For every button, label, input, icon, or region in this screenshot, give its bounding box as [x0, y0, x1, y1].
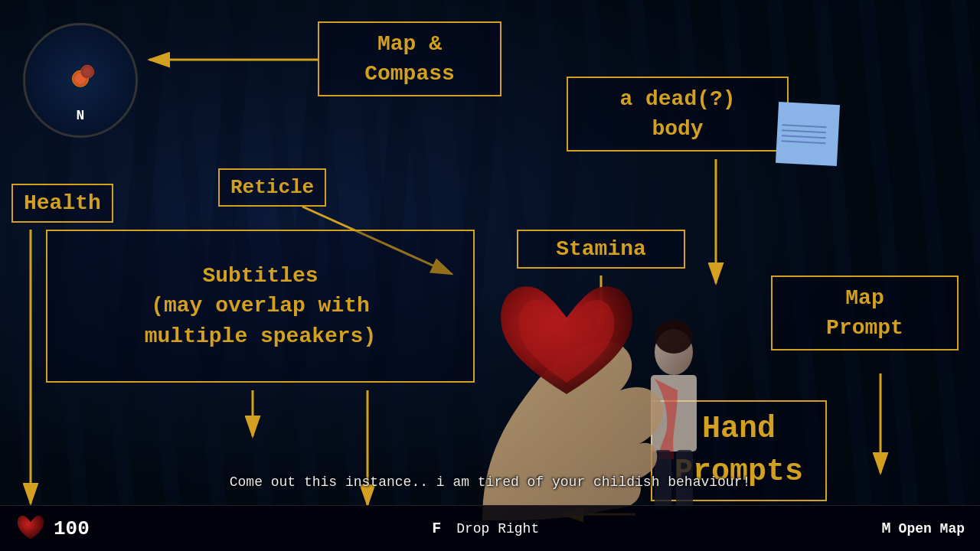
sticky-line-1 — [782, 124, 827, 128]
subtitle-text: Come out this instance.. i am tired of y… — [230, 474, 751, 490]
stamina-label: Stamina — [517, 230, 685, 269]
heart-object — [490, 276, 643, 413]
subtitles-text: Subtitles(may overlap withmultiple speak… — [145, 261, 376, 351]
bottom-hud: 100 F Drop Right M Open Map — [0, 505, 980, 551]
minimap-characters — [72, 70, 89, 87]
drop-key: F — [432, 520, 441, 537]
map-prompt-label: MapPrompt — [771, 276, 959, 350]
sticky-line-4 — [781, 140, 825, 144]
sticky-note — [776, 102, 840, 166]
character-dot-1 — [72, 70, 89, 87]
map-key: M — [882, 520, 891, 537]
dead-body-text: a dead(?)body — [619, 87, 735, 141]
open-map-label: Open Map — [899, 521, 965, 536]
health-text: Health — [24, 191, 101, 215]
health-section: 100 — [0, 514, 105, 544]
bottom-right-hud: M Open Map — [867, 520, 980, 537]
bottom-center-hud: F Drop Right — [105, 520, 867, 537]
drop-right-label: Drop Right — [456, 521, 539, 536]
character-dot-2 — [80, 65, 94, 79]
dead-body-label: a dead(?)body — [567, 77, 789, 152]
map-prompt-text: MapPrompt — [826, 286, 903, 340]
reticle-text: Reticle — [230, 176, 314, 199]
health-label: Health — [11, 184, 113, 223]
minimap: N — [23, 23, 138, 138]
subtitle-display: Come out this instance.. i am tired of y… — [230, 474, 751, 490]
sticky-line-3 — [782, 135, 826, 139]
minimap-north: N — [77, 108, 85, 123]
health-value: 100 — [54, 517, 90, 540]
sticky-line-2 — [782, 129, 826, 133]
hud: N Map & Compass Health Reticle Subtitles… — [0, 0, 980, 551]
reticle-label: Reticle — [218, 168, 326, 207]
stamina-text: Stamina — [556, 237, 646, 261]
compass-map-text: Map & Compass — [364, 32, 455, 86]
compass-map-label: Map & Compass — [318, 21, 501, 96]
subtitles-label: Subtitles(may overlap withmultiple speak… — [46, 230, 475, 383]
heart-icon — [15, 514, 46, 544]
